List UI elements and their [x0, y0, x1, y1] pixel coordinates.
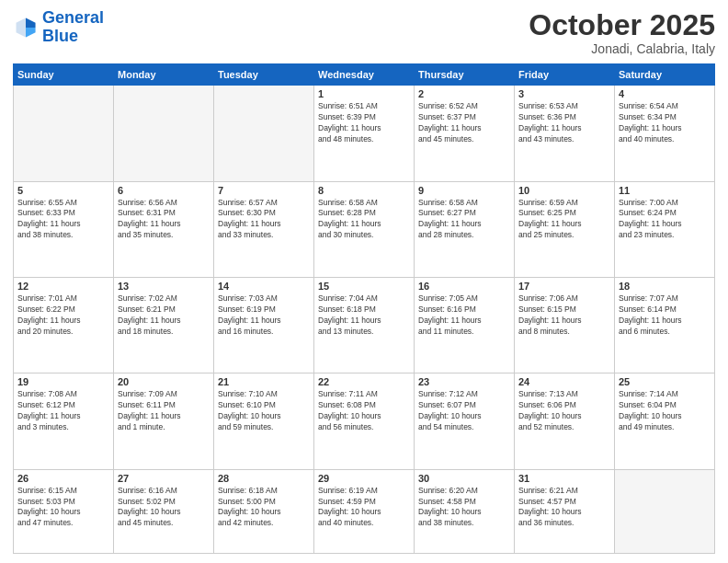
calendar-cell: 5Sunrise: 6:55 AM Sunset: 6:33 PM Daylig…	[14, 181, 114, 277]
calendar-cell: 1Sunrise: 6:51 AM Sunset: 6:39 PM Daylig…	[314, 86, 415, 181]
calendar-cell: 14Sunrise: 7:03 AM Sunset: 6:19 PM Dayli…	[214, 277, 314, 373]
day-number: 1	[318, 88, 410, 99]
header: General Blue October 2025 Jonadi, Calabr…	[13, 9, 715, 56]
calendar-header-saturday: Saturday	[615, 64, 715, 86]
calendar-week-3: 19Sunrise: 7:08 AM Sunset: 6:12 PM Dayli…	[14, 373, 715, 469]
day-info: Sunrise: 6:54 AM Sunset: 6:34 PM Dayligh…	[619, 101, 711, 145]
title-section: October 2025 Jonadi, Calabria, Italy	[529, 9, 715, 56]
day-number: 21	[218, 376, 310, 387]
logo-text: General Blue	[42, 9, 104, 46]
day-info: Sunrise: 7:09 AM Sunset: 6:11 PM Dayligh…	[118, 389, 210, 433]
calendar-cell: 4Sunrise: 6:54 AM Sunset: 6:34 PM Daylig…	[615, 86, 715, 181]
day-number: 27	[118, 473, 210, 484]
calendar-cell: 22Sunrise: 7:11 AM Sunset: 6:08 PM Dayli…	[314, 373, 415, 469]
day-number: 31	[518, 473, 610, 484]
day-info: Sunrise: 7:10 AM Sunset: 6:10 PM Dayligh…	[218, 389, 310, 433]
calendar-cell: 15Sunrise: 7:04 AM Sunset: 6:18 PM Dayli…	[314, 277, 415, 373]
day-number: 30	[418, 473, 510, 484]
day-info: Sunrise: 6:51 AM Sunset: 6:39 PM Dayligh…	[318, 101, 410, 145]
calendar-cell: 11Sunrise: 7:00 AM Sunset: 6:24 PM Dayli…	[615, 181, 715, 277]
calendar-header-wednesday: Wednesday	[314, 64, 415, 86]
day-info: Sunrise: 6:57 AM Sunset: 6:30 PM Dayligh…	[218, 198, 310, 242]
calendar-header-sunday: Sunday	[14, 64, 114, 86]
calendar-header-friday: Friday	[515, 64, 615, 86]
day-info: Sunrise: 6:15 AM Sunset: 5:03 PM Dayligh…	[17, 486, 109, 530]
day-number: 20	[118, 376, 210, 387]
day-info: Sunrise: 7:00 AM Sunset: 6:24 PM Dayligh…	[619, 198, 711, 242]
calendar-header-row: SundayMondayTuesdayWednesdayThursdayFrid…	[14, 64, 715, 86]
day-number: 18	[619, 281, 711, 292]
day-info: Sunrise: 7:06 AM Sunset: 6:15 PM Dayligh…	[518, 293, 610, 338]
calendar-cell: 26Sunrise: 6:15 AM Sunset: 5:03 PM Dayli…	[14, 469, 114, 553]
calendar-cell: 27Sunrise: 6:16 AM Sunset: 5:02 PM Dayli…	[114, 469, 214, 553]
calendar-cell: 29Sunrise: 6:19 AM Sunset: 4:59 PM Dayli…	[314, 469, 415, 553]
day-info: Sunrise: 7:05 AM Sunset: 6:16 PM Dayligh…	[418, 293, 510, 338]
day-number: 19	[17, 376, 109, 387]
calendar-week-4: 26Sunrise: 6:15 AM Sunset: 5:03 PM Dayli…	[14, 469, 715, 553]
day-info: Sunrise: 7:14 AM Sunset: 6:04 PM Dayligh…	[619, 389, 711, 433]
day-info: Sunrise: 6:21 AM Sunset: 4:57 PM Dayligh…	[518, 486, 610, 530]
calendar-cell	[615, 469, 715, 553]
day-info: Sunrise: 6:58 AM Sunset: 6:28 PM Dayligh…	[318, 198, 410, 242]
svg-marker-2	[26, 28, 36, 38]
day-info: Sunrise: 7:12 AM Sunset: 6:07 PM Dayligh…	[418, 389, 510, 433]
day-info: Sunrise: 7:01 AM Sunset: 6:22 PM Dayligh…	[17, 293, 109, 338]
calendar-cell: 24Sunrise: 7:13 AM Sunset: 6:06 PM Dayli…	[515, 373, 615, 469]
day-info: Sunrise: 6:18 AM Sunset: 5:00 PM Dayligh…	[218, 486, 310, 530]
calendar-cell: 31Sunrise: 6:21 AM Sunset: 4:57 PM Dayli…	[515, 469, 615, 553]
logo-blue: Blue	[42, 28, 104, 46]
day-number: 17	[518, 281, 610, 292]
calendar-cell: 18Sunrise: 7:07 AM Sunset: 6:14 PM Dayli…	[615, 277, 715, 373]
calendar-cell: 6Sunrise: 6:56 AM Sunset: 6:31 PM Daylig…	[114, 181, 214, 277]
calendar-cell	[114, 86, 214, 181]
day-info: Sunrise: 6:53 AM Sunset: 6:36 PM Dayligh…	[518, 101, 610, 145]
calendar-cell: 21Sunrise: 7:10 AM Sunset: 6:10 PM Dayli…	[214, 373, 314, 469]
day-number: 8	[318, 185, 410, 196]
day-number: 13	[118, 281, 210, 292]
day-info: Sunrise: 6:16 AM Sunset: 5:02 PM Dayligh…	[118, 486, 210, 530]
calendar-cell: 7Sunrise: 6:57 AM Sunset: 6:30 PM Daylig…	[214, 181, 314, 277]
day-info: Sunrise: 6:55 AM Sunset: 6:33 PM Dayligh…	[17, 198, 109, 242]
calendar-cell: 13Sunrise: 7:02 AM Sunset: 6:21 PM Dayli…	[114, 277, 214, 373]
day-number: 6	[118, 185, 210, 196]
calendar-header-monday: Monday	[114, 64, 214, 86]
calendar-cell: 16Sunrise: 7:05 AM Sunset: 6:16 PM Dayli…	[415, 277, 515, 373]
calendar-cell: 30Sunrise: 6:20 AM Sunset: 4:58 PM Dayli…	[415, 469, 515, 553]
day-number: 5	[17, 185, 109, 196]
calendar-week-0: 1Sunrise: 6:51 AM Sunset: 6:39 PM Daylig…	[14, 86, 715, 181]
day-number: 3	[518, 88, 610, 99]
day-number: 11	[619, 185, 711, 196]
day-number: 12	[17, 281, 109, 292]
calendar-header-tuesday: Tuesday	[214, 64, 314, 86]
svg-marker-1	[26, 17, 36, 28]
calendar-cell: 19Sunrise: 7:08 AM Sunset: 6:12 PM Dayli…	[14, 373, 114, 469]
day-info: Sunrise: 7:03 AM Sunset: 6:19 PM Dayligh…	[218, 293, 310, 338]
calendar-cell: 8Sunrise: 6:58 AM Sunset: 6:28 PM Daylig…	[314, 181, 415, 277]
calendar-cell: 10Sunrise: 6:59 AM Sunset: 6:25 PM Dayli…	[515, 181, 615, 277]
day-info: Sunrise: 6:52 AM Sunset: 6:37 PM Dayligh…	[418, 101, 510, 145]
logo: General Blue	[13, 9, 104, 46]
day-info: Sunrise: 7:02 AM Sunset: 6:21 PM Dayligh…	[118, 293, 210, 338]
calendar-cell: 2Sunrise: 6:52 AM Sunset: 6:37 PM Daylig…	[415, 86, 515, 181]
day-info: Sunrise: 7:07 AM Sunset: 6:14 PM Dayligh…	[619, 293, 711, 338]
day-info: Sunrise: 6:59 AM Sunset: 6:25 PM Dayligh…	[518, 198, 610, 242]
day-number: 25	[619, 376, 711, 387]
day-info: Sunrise: 6:58 AM Sunset: 6:27 PM Dayligh…	[418, 198, 510, 242]
calendar-table: SundayMondayTuesdayWednesdayThursdayFrid…	[13, 63, 715, 554]
day-number: 28	[218, 473, 310, 484]
logo-general: General	[42, 8, 104, 27]
calendar-cell	[214, 86, 314, 181]
calendar-cell	[14, 86, 114, 181]
day-number: 23	[418, 376, 510, 387]
day-number: 10	[518, 185, 610, 196]
calendar-cell: 25Sunrise: 7:14 AM Sunset: 6:04 PM Dayli…	[615, 373, 715, 469]
calendar-header-thursday: Thursday	[415, 64, 515, 86]
calendar-cell: 12Sunrise: 7:01 AM Sunset: 6:22 PM Dayli…	[14, 277, 114, 373]
calendar-week-1: 5Sunrise: 6:55 AM Sunset: 6:33 PM Daylig…	[14, 181, 715, 277]
month-title: October 2025	[529, 9, 715, 41]
page: General Blue October 2025 Jonadi, Calabr…	[0, 0, 728, 563]
day-number: 24	[518, 376, 610, 387]
day-info: Sunrise: 6:56 AM Sunset: 6:31 PM Dayligh…	[118, 198, 210, 242]
day-info: Sunrise: 6:20 AM Sunset: 4:58 PM Dayligh…	[418, 486, 510, 530]
day-info: Sunrise: 6:19 AM Sunset: 4:59 PM Dayligh…	[318, 486, 410, 530]
